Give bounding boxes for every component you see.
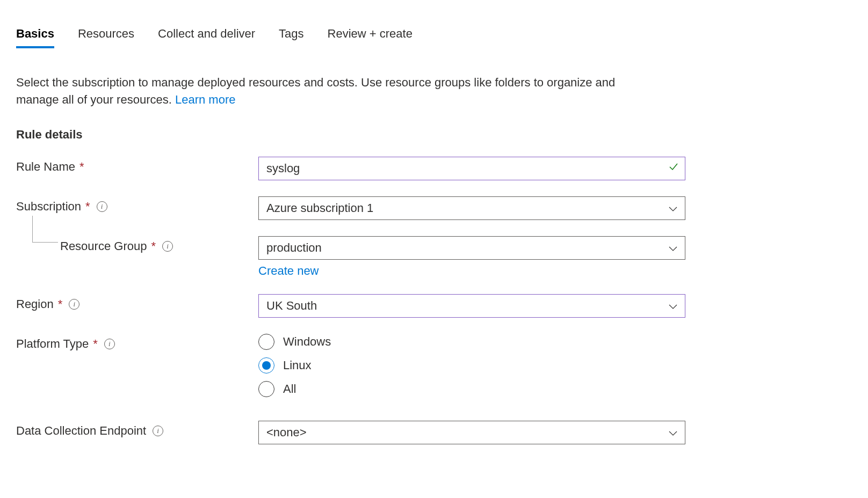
chevron-down-icon [669,299,677,313]
subscription-label-text: Subscription [16,200,81,214]
row-platform-type: Platform Type * i Windows Linux All [16,334,852,397]
required-star: * [58,297,63,311]
endpoint-dropdown[interactable]: <none> [258,421,685,444]
required-star: * [85,200,90,214]
intro-body: Select the subscription to manage deploy… [16,76,615,106]
resource-group-label-text: Resource Group [60,239,147,253]
label-platform-type: Platform Type * i [16,334,258,351]
platform-type-radio-group: Windows Linux All [258,334,685,397]
tab-review-create[interactable]: Review + create [328,27,413,48]
info-icon[interactable]: i [162,241,173,252]
subscription-value: Azure subscription 1 [266,201,373,215]
info-icon[interactable]: i [69,299,79,310]
rule-name-input[interactable] [258,157,685,180]
chevron-down-icon [669,241,677,255]
radio-linux[interactable]: Linux [258,357,685,374]
subscription-dropdown[interactable]: Azure subscription 1 [258,196,685,220]
required-star: * [93,337,98,351]
endpoint-label-text: Data Collection Endpoint [16,424,146,438]
region-dropdown[interactable]: UK South [258,294,685,318]
rule-name-input-wrap [258,157,685,180]
label-subscription: Subscription * i [16,196,258,214]
tabs-bar: Basics Resources Collect and deliver Tag… [16,27,852,48]
label-resource-group: Resource Group * i [16,236,258,253]
tab-basics[interactable]: Basics [16,27,54,48]
required-star: * [151,239,156,253]
radio-circle [258,334,274,350]
radio-linux-label: Linux [283,358,312,372]
rule-name-label-text: Rule Name [16,160,75,174]
radio-all[interactable]: All [258,381,685,397]
section-rule-details: Rule details [16,128,852,142]
row-rule-name: Rule Name * [16,157,852,180]
tree-line [32,216,58,243]
info-icon[interactable]: i [153,426,163,436]
resource-group-dropdown[interactable]: production [258,236,685,260]
resource-group-value: production [266,241,322,254]
radio-circle-selected [258,357,274,374]
create-new-link[interactable]: Create new [258,264,319,278]
endpoint-value: <none> [266,426,307,439]
info-icon[interactable]: i [97,201,107,212]
label-rule-name: Rule Name * [16,157,258,174]
platform-type-label-text: Platform Type [16,337,89,351]
endpoint-dropdown-button[interactable]: <none> [258,421,685,444]
row-resource-group: Resource Group * i production Create new [16,236,852,278]
learn-more-link[interactable]: Learn more [175,93,236,106]
radio-all-label: All [283,382,296,396]
radio-circle [258,381,274,397]
chevron-down-icon [669,426,677,440]
tab-tags[interactable]: Tags [279,27,303,48]
row-region: Region * i UK South [16,294,852,318]
subscription-dropdown-button[interactable]: Azure subscription 1 [258,196,685,220]
radio-windows-label: Windows [283,335,331,349]
radio-dot [262,361,271,370]
resource-group-dropdown-button[interactable]: production [258,236,685,260]
region-value: UK South [266,299,317,312]
label-endpoint: Data Collection Endpoint i [16,421,258,438]
region-label-text: Region [16,297,54,311]
required-star: * [79,160,84,174]
chevron-down-icon [669,201,677,215]
intro-text: Select the subscription to manage deploy… [16,74,650,108]
row-endpoint: Data Collection Endpoint i <none> [16,421,852,444]
info-icon[interactable]: i [104,339,115,349]
radio-windows[interactable]: Windows [258,334,685,350]
row-subscription: Subscription * i Azure subscription 1 [16,196,852,220]
label-region: Region * i [16,294,258,311]
tab-resources[interactable]: Resources [78,27,134,48]
region-dropdown-button[interactable]: UK South [258,294,685,318]
check-icon [668,162,679,175]
tab-collect-and-deliver[interactable]: Collect and deliver [158,27,255,48]
